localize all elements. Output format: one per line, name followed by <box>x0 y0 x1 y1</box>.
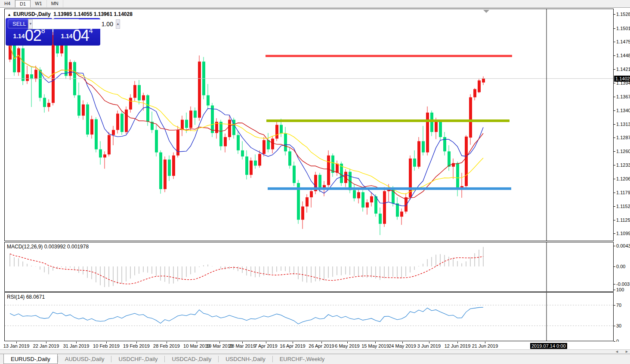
price-tick-label-tick <box>614 165 615 165</box>
date-tick-label: 13 Jan 2019 <box>3 343 30 349</box>
timeframe-tab-h4[interactable]: H4 <box>0 0 15 7</box>
date-tick-label: 12 Jun 2019 <box>445 343 471 349</box>
timeframe-tab-mn[interactable]: MN <box>47 0 63 7</box>
price-tick-label: 1.10990 <box>616 231 630 236</box>
price-tick-label: 1.12870 <box>616 135 630 140</box>
macd-tick-label-tick <box>614 266 615 267</box>
date-cursor-label: 2019.07.14 0:00 <box>530 343 567 349</box>
date-tick-label: 28 Feb 2019 <box>153 343 180 349</box>
chart-title: ▲EURUSD-,Daily 1.13985 1.14055 1.13961 1… <box>7 11 133 17</box>
rsi-tick-label: 100 <box>616 287 624 292</box>
rsi-line <box>10 307 483 324</box>
date-tick-label: 28 Mar 2019 <box>229 343 256 349</box>
timeframe-toolbar: H4D1W1MN <box>0 0 630 8</box>
price-tick-label: 1.14210 <box>616 67 630 72</box>
rsi-panel[interactable]: RSI(14) 68.0671 <box>4 292 614 341</box>
current-price-label: 1.14028 <box>614 76 630 82</box>
rsi-label: RSI(14) 68.0671 <box>7 294 45 300</box>
price-tick-label: 1.15285 <box>616 12 630 17</box>
symbol-tabbar: EURUSD-,DailyAUDUSD-,DailyUSDCHF-,DailyU… <box>0 354 630 364</box>
price-axis[interactable]: 1.152851.150151.147501.144801.142101.139… <box>614 8 630 349</box>
date-tick-label: 26 Apr 2019 <box>309 343 334 349</box>
macd-tick-label: 0.00 <box>616 264 625 269</box>
price-tick-label: 1.11255 <box>616 217 630 223</box>
tab-scroll-strip: ◄ ► <box>0 349 630 354</box>
price-tick-label: 1.15015 <box>616 26 630 31</box>
macd-tick-label: -0.00371 <box>616 281 630 287</box>
macd-tick-label-tick <box>614 284 615 284</box>
price-tick-label-tick <box>614 193 615 193</box>
price-tick-label-tick <box>614 28 615 29</box>
symbol-tab-usdcad[interactable]: USDCAD-,Daily <box>165 354 218 364</box>
sell-price: 1.14028 <box>6 27 52 45</box>
price-tick-label: 1.14480 <box>616 53 630 58</box>
date-tick-label: 7 Apr 2019 <box>254 343 277 349</box>
symbol-tab-audusd[interactable]: AUDUSD-,Daily <box>58 354 111 364</box>
price-tick-label: 1.12330 <box>616 162 630 168</box>
macd-tick-label-tick <box>614 246 615 246</box>
support-blue <box>268 187 511 190</box>
price-tick-label-tick <box>614 138 615 138</box>
rsi-tick-label-tick <box>614 326 615 326</box>
ohlc-open: 1.13985 <box>53 11 72 17</box>
date-tick-label: 22 Jan 2019 <box>33 343 59 349</box>
resistance-olive <box>266 119 510 122</box>
price-tick-label-tick <box>614 97 615 97</box>
price-tick-label: 1.11795 <box>616 190 630 195</box>
price-tick-label-tick <box>614 55 615 56</box>
price-chart-panel[interactable]: ▲EURUSD-,Daily 1.13985 1.14055 1.13961 1… <box>4 9 614 241</box>
date-tick-label: 21 Jun 2019 <box>472 343 498 349</box>
date-tick-label: 24 May 2019 <box>389 343 416 349</box>
volume-increase-icon[interactable]: ▲ <box>116 19 120 29</box>
timeframe-tab-d1[interactable]: D1 <box>15 0 31 7</box>
chart-shift-icon <box>483 10 489 13</box>
symbol-tab-eurchf[interactable]: EURCHF-,Weekly <box>273 354 332 364</box>
ohlc-high: 1.14055 <box>74 11 92 17</box>
symbol-tab-usdchf[interactable]: USDCHF-,Daily <box>111 354 164 364</box>
resistance-red <box>266 55 512 57</box>
mt4-window: H4D1W1MN ▲EURUSD-,Daily 1.13985 1.14055 … <box>0 0 630 364</box>
price-tick-label-tick <box>614 220 615 220</box>
date-axis[interactable]: 13 Jan 201922 Jan 201931 Jan 201910 Feb … <box>0 342 630 349</box>
price-tick-label: 1.13675 <box>616 94 630 99</box>
date-tick-label: 31 Jan 2019 <box>63 343 90 349</box>
volume-spinner: ▼ ▲ <box>28 19 79 29</box>
buy-price: 1.14044 <box>53 27 100 45</box>
ohlc-low: 1.13961 <box>94 11 112 17</box>
volume-input[interactable] <box>33 19 116 29</box>
date-tick-label: 15 May 2019 <box>361 343 389 349</box>
scroll-left-icon[interactable]: ◄ <box>615 349 619 354</box>
date-tick-label: 19 Feb 2019 <box>123 343 150 349</box>
date-tick-label: 10 Feb 2019 <box>93 343 120 349</box>
price-tick-label: 1.13405 <box>616 108 630 113</box>
price-tick-label: 1.13135 <box>616 122 630 127</box>
price-tick-label-tick <box>614 83 615 83</box>
rsi-tick-label-tick <box>614 290 615 290</box>
macd-tick-label: 0.004359 <box>616 243 630 248</box>
macd-panel[interactable]: MACD(12,26,9) 0.003992 0.001978 <box>4 242 614 292</box>
price-tick-label-tick <box>614 206 615 207</box>
price-tick-label: 1.12065 <box>616 176 630 181</box>
price-tick-label-tick <box>614 179 615 179</box>
price-tick-label-tick <box>614 14 615 15</box>
price-tick-label: 1.12600 <box>616 149 630 154</box>
scroll-right-icon[interactable]: ► <box>625 349 629 354</box>
sell-button[interactable]: SELL <box>8 19 31 28</box>
collapse-triangle-icon[interactable]: ▲ <box>7 12 11 17</box>
price-tick-label-tick <box>614 110 615 111</box>
symbol-tab-eurusd[interactable]: EURUSD-,Daily <box>3 354 58 364</box>
date-tick-label: 3 Jun 2019 <box>417 343 441 349</box>
rsi-tick-label: 70 <box>616 303 621 308</box>
price-tick-label-tick <box>614 233 615 234</box>
rsi-chart <box>5 293 613 341</box>
symbol-tab-usdcnh[interactable]: USDCNH-,Daily <box>219 354 272 364</box>
price-tick-label-tick <box>614 42 615 42</box>
one-click-trading-widget: 1.14028 1.14044 SELL BUY ▼ ▲ <box>6 18 101 46</box>
rsi-tick-label: 30 <box>616 323 621 328</box>
rsi-tick-label-tick <box>614 305 615 306</box>
price-tick-label-tick <box>614 151 615 152</box>
price-tick-label: 1.11525 <box>616 204 630 209</box>
price-tick-label-tick <box>614 69 615 70</box>
timeframe-tab-w1[interactable]: W1 <box>31 0 47 7</box>
volume-decrease-icon[interactable]: ▼ <box>28 19 33 29</box>
